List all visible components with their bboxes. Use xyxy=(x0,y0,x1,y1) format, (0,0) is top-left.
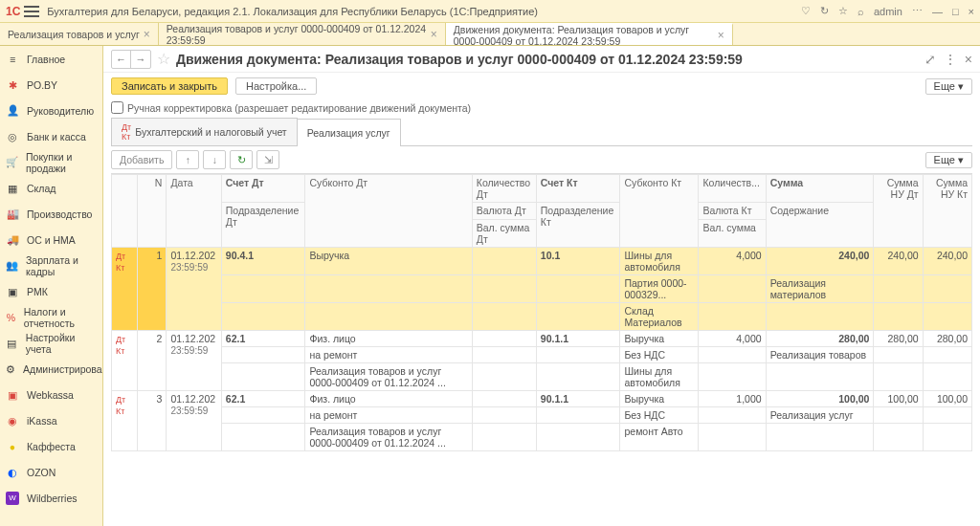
col-valkt[interactable]: Валюта Кт xyxy=(699,203,766,220)
dk-icon: ДтКт xyxy=(122,122,131,142)
col-icon xyxy=(112,175,138,248)
sidebar-item-ikassa[interactable]: ◉iKassa xyxy=(0,407,102,433)
tab-1[interactable]: Реализация товаров и услуг× xyxy=(0,23,159,45)
col-sum[interactable]: Сумма xyxy=(766,175,874,203)
sidebar-item-sklad[interactable]: ▦Склад xyxy=(0,175,102,201)
settings-icon[interactable]: ⋯ xyxy=(912,5,923,17)
dk-icon: ДтКт xyxy=(116,395,125,416)
col-valsumdt[interactable]: Вал. сумма Дт xyxy=(472,220,536,248)
content-area: ← → ☆ Движения документа: Реализация тов… xyxy=(103,46,980,526)
col-sumnukt[interactable]: Сумма НУ Кт xyxy=(923,175,971,248)
tab-2[interactable]: Реализация товаров и услуг 0000-000409 о… xyxy=(159,23,446,45)
favorite-icon[interactable]: ☆ xyxy=(157,50,170,68)
bell-icon[interactable]: ♡ xyxy=(801,5,811,17)
gear-icon: ⚙ xyxy=(6,362,15,376)
col-sumnudt[interactable]: Сумма НУ Дт xyxy=(874,175,923,248)
col-valdt[interactable]: Валюта Дт xyxy=(472,203,536,220)
grid-more-button[interactable]: Еще▾ xyxy=(925,152,972,168)
dk-icon: ДтКт xyxy=(116,335,125,356)
sidebar-item-proizv[interactable]: 🏭Производство xyxy=(0,201,102,227)
ozon-icon: ◐ xyxy=(6,466,19,479)
col-kolkt[interactable]: Количеств... xyxy=(699,175,766,203)
manual-edit-label: Ручная корректировка (разрешает редактир… xyxy=(127,102,471,114)
sidebar-item-main[interactable]: ≡Главное xyxy=(0,46,102,72)
people-icon: 👥 xyxy=(6,259,18,273)
sidebar-item-admin[interactable]: ⚙Администрирование xyxy=(0,356,102,382)
table-row[interactable]: ДтКт 3 01.12.20223:59:59 62.1 Физ. лицо … xyxy=(112,391,972,407)
history-icon[interactable]: ↻ xyxy=(820,5,829,17)
sidebar-item-zp[interactable]: 👥Зарплата и кадры xyxy=(0,252,102,278)
forward-button[interactable]: → xyxy=(131,51,150,68)
close-panel-icon[interactable]: × xyxy=(965,52,972,67)
move-up-button[interactable]: ↑ xyxy=(176,150,199,169)
wb-icon: W xyxy=(6,492,19,505)
boxes-icon: ▦ xyxy=(6,182,19,195)
save-close-button[interactable]: Записать и закрыть xyxy=(111,77,228,95)
web-icon: ▣ xyxy=(6,388,19,402)
chevron-down-icon: ▾ xyxy=(958,80,964,93)
window-icon[interactable]: □ xyxy=(952,6,959,17)
col-sod[interactable]: Содержание xyxy=(766,203,874,248)
tax-icon: % xyxy=(6,311,16,324)
col-schdt[interactable]: Счет Дт xyxy=(221,175,305,203)
nav-sidebar: ≡Главное ✱PO.BY 👤Руководителю ◎Банк и ка… xyxy=(0,46,103,526)
back-button[interactable]: ← xyxy=(112,51,131,68)
factory-icon: 🏭 xyxy=(6,208,19,221)
sidebar-item-bank[interactable]: ◎Банк и касса xyxy=(0,123,102,149)
close-icon[interactable]: × xyxy=(144,28,150,41)
col-n[interactable]: N xyxy=(137,175,167,248)
menu-dots-icon[interactable]: ⋮ xyxy=(944,52,957,67)
tab-3[interactable]: Движения документа: Реализация товаров и… xyxy=(446,23,733,45)
close-icon[interactable]: × xyxy=(431,28,437,41)
add-button[interactable]: Добавить xyxy=(111,150,172,169)
sidebar-item-poby[interactable]: ✱PO.BY xyxy=(0,72,102,98)
export-button[interactable]: ⇲ xyxy=(256,150,279,169)
col-date[interactable]: Дата xyxy=(167,175,221,248)
sidebar-item-ruk[interactable]: 👤Руководителю xyxy=(0,98,102,123)
chevron-down-icon: ▾ xyxy=(958,154,964,166)
sidebar-item-rmk[interactable]: ▣РМК xyxy=(0,278,102,304)
sidebar-item-web[interactable]: ▣Webkassa xyxy=(0,382,102,407)
col-schkt[interactable]: Счет Кт xyxy=(536,175,620,203)
sidebar-item-wb[interactable]: WWildberries xyxy=(0,485,102,511)
search-icon[interactable]: ⌕ xyxy=(858,6,864,17)
close-icon[interactable]: × xyxy=(969,6,974,17)
table-row[interactable]: ДтКт 2 01.12.20223:59:59 62.1 Физ. лицо … xyxy=(112,331,972,347)
settings-button[interactable]: Настройка... xyxy=(235,77,317,95)
col-subdt[interactable]: Субконто Дт xyxy=(305,175,472,248)
expand-icon[interactable]: ⤢ xyxy=(924,52,936,67)
dk-icon: ДтКт xyxy=(116,252,125,273)
move-down-button[interactable]: ↓ xyxy=(203,150,226,169)
sidebar-item-os[interactable]: 🚚ОС и НМА xyxy=(0,227,102,252)
col-podrdt[interactable]: Подразделение Дт xyxy=(221,203,305,248)
manual-edit-checkbox[interactable] xyxy=(111,101,123,114)
sidebar-item-kaf[interactable]: ●Каффеста xyxy=(0,433,102,459)
col-valsumkt[interactable]: Вал. сумма xyxy=(699,220,766,248)
list-icon: ≡ xyxy=(6,53,19,66)
kaf-icon: ● xyxy=(6,440,19,453)
sidebar-item-pokup[interactable]: 🛒Покупки и продажи xyxy=(0,149,102,175)
app-topbar: 1C Бухгалтерия для Беларуси, редакция 2.… xyxy=(0,0,980,23)
close-icon[interactable]: × xyxy=(718,29,724,42)
movements-grid[interactable]: N Дата Счет Дт Субконто Дт Количество Дт… xyxy=(111,173,972,526)
page-title: Движения документа: Реализация товаров и… xyxy=(176,52,743,67)
asterisk-icon: ✱ xyxy=(6,78,19,92)
minimize-icon[interactable]: — xyxy=(932,6,943,17)
subtab-accounting[interactable]: ДтКтБухгалтерский и налоговый учет xyxy=(111,118,298,145)
refresh-button[interactable]: ↻ xyxy=(230,150,253,169)
sidebar-item-nast[interactable]: ▤Настройки учета xyxy=(0,330,102,356)
table-row[interactable]: ДтКт 1 01.12.20223:59:59 90.4.1 Выручка … xyxy=(112,248,972,275)
user-label[interactable]: admin xyxy=(874,6,902,17)
star-icon[interactable]: ☆ xyxy=(838,5,848,17)
subtab-services[interactable]: Реализация услуг xyxy=(297,119,401,146)
document-tabs: Реализация товаров и услуг× Реализация т… xyxy=(0,23,980,46)
truck-icon: 🚚 xyxy=(6,233,19,247)
col-subkt[interactable]: Субконто Кт xyxy=(620,175,699,248)
menu-icon[interactable] xyxy=(24,6,39,17)
app-logo: 1C xyxy=(6,5,20,18)
sidebar-item-ozon[interactable]: ◐OZON xyxy=(0,459,102,485)
sidebar-item-nalog[interactable]: %Налоги и отчетность xyxy=(0,304,102,330)
more-button[interactable]: Еще▾ xyxy=(925,78,972,95)
col-koldt[interactable]: Количество Дт xyxy=(472,175,536,203)
col-podrkt[interactable]: Подразделение Кт xyxy=(536,203,620,248)
